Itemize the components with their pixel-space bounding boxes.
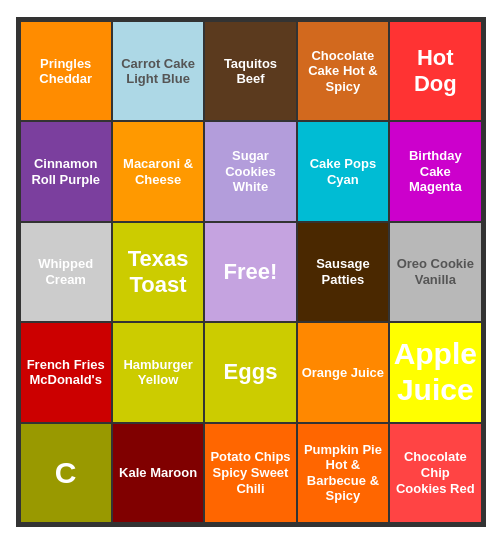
bingo-cell-r1c1: Macaroni & Cheese: [113, 122, 203, 220]
bingo-cell-r4c3: Pumpkin Pie Hot & Barbecue & Spicy: [298, 424, 388, 522]
bingo-cell-r3c0: French Fries McDonald's: [21, 323, 111, 421]
bingo-cell-r0c3: Chocolate Cake Hot & Spicy: [298, 22, 388, 120]
bingo-cell-r2c1: Texas Toast: [113, 223, 203, 321]
bingo-cell-r1c2: Sugar Cookies White: [205, 122, 295, 220]
bingo-cell-r3c4: Apple Juice: [390, 323, 480, 421]
bingo-cell-r2c0: Whipped Cream: [21, 223, 111, 321]
bingo-cell-r2c2: Free!: [205, 223, 295, 321]
bingo-cell-r3c3: Orange Juice: [298, 323, 388, 421]
bingo-board: Pringles CheddarCarrot Cake Light BlueTa…: [16, 17, 486, 527]
bingo-cell-r0c0: Pringles Cheddar: [21, 22, 111, 120]
bingo-cell-r4c1: Kale Maroon: [113, 424, 203, 522]
bingo-cell-r1c3: Cake Pops Cyan: [298, 122, 388, 220]
bingo-cell-r0c2: Taquitos Beef: [205, 22, 295, 120]
bingo-cell-r2c3: Sausage Patties: [298, 223, 388, 321]
bingo-cell-r0c1: Carrot Cake Light Blue: [113, 22, 203, 120]
bingo-cell-r0c4: Hot Dog: [390, 22, 480, 120]
bingo-cell-r4c2: Potato Chips Spicy Sweet Chili: [205, 424, 295, 522]
bingo-cell-r1c4: Birthday Cake Magenta: [390, 122, 480, 220]
bingo-cell-r4c0: C: [21, 424, 111, 522]
bingo-cell-r4c4: Chocolate Chip Cookies Red: [390, 424, 480, 522]
bingo-cell-r2c4: Oreo Cookie Vanilla: [390, 223, 480, 321]
bingo-cell-r3c2: Eggs: [205, 323, 295, 421]
bingo-cell-r1c0: Cinnamon Roll Purple: [21, 122, 111, 220]
bingo-cell-r3c1: Hamburger Yellow: [113, 323, 203, 421]
